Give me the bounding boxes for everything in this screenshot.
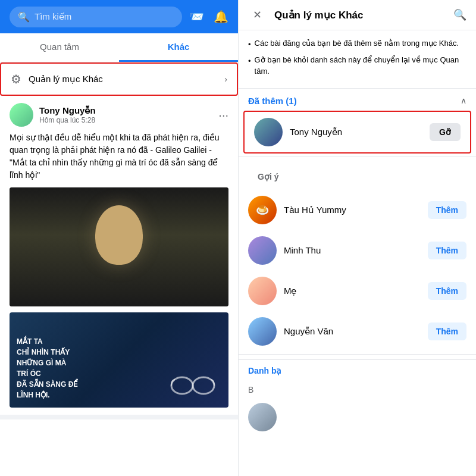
bullet-2: • — [248, 55, 251, 67]
avatar-extra — [248, 403, 277, 431]
left-panel: 🔍 Tìm kiếm 📨 🔔 Quan tâm Khác ⚙ Quản lý m… — [0, 0, 238, 476]
danh-ba-section: Danh bạ — [239, 359, 476, 383]
top-icons: 📨 🔔 — [189, 10, 228, 24]
search-bar[interactable]: 🔍 Tìm kiếm — [10, 7, 182, 27]
friend-row-tony: Tony Nguyễn Gỡ — [243, 111, 471, 154]
avatar-tony-img — [254, 118, 283, 146]
friend-row-tau: 🍮 Tàu Hủ Yummy Thêm — [239, 190, 476, 230]
more-icon[interactable]: ··· — [218, 108, 228, 122]
go-button-tony[interactable]: Gỡ — [430, 123, 461, 141]
goi-y-header: Gợi ý — [239, 159, 476, 190]
avatar-tau: 🍮 — [248, 196, 277, 224]
post-author: Tony Nguyễn — [39, 105, 212, 116]
glasses-icon — [169, 369, 217, 399]
quote-text: MẮT TA chỉ nhìn thấy những gì mà TRÍ ÓC … — [17, 336, 129, 400]
avatar-img — [10, 103, 33, 127]
search-icon: 🔍 — [18, 11, 30, 23]
gear-icon: ⚙ — [11, 72, 21, 86]
search-right-icon[interactable]: 🔍 — [453, 8, 466, 21]
friend-name-nguyen: Nguyễn Văn — [284, 326, 421, 337]
portrait-figure — [10, 187, 228, 306]
friend-name-tony: Tony Nguyễn — [290, 127, 422, 137]
messenger-icon[interactable]: 📨 — [189, 10, 204, 24]
post-time: Hôm qua lúc 5:28 — [39, 116, 212, 124]
right-header: ✕ Quản lý mục Khác 🔍 — [239, 0, 476, 30]
post-image-portrait — [10, 187, 228, 306]
goi-y-title: Gợi ý — [248, 166, 288, 185]
friend-row-minh: Minh Thu Thêm — [239, 230, 476, 271]
manage-text: Quản lý mục Khác — [29, 74, 217, 84]
avatar-me-img — [248, 277, 277, 305]
post-header: Tony Nguyễn Hôm qua lúc 5:28 ··· — [10, 103, 228, 127]
right-title: Quản lý mục Khác — [274, 9, 445, 21]
tab-khac[interactable]: Khác — [119, 33, 238, 62]
them-button-tau[interactable]: Thêm — [428, 201, 466, 219]
them-button-minh[interactable]: Thêm — [428, 242, 466, 259]
scrollable-content: • Các bài đăng của bạn bè đã thêm sẽ nằm… — [239, 30, 476, 476]
manage-row[interactable]: ⚙ Quản lý mục Khác › — [0, 62, 238, 96]
close-button[interactable]: ✕ — [248, 8, 266, 21]
post-image-quote: MẮT TA chỉ nhìn thấy những gì mà TRÍ ÓC … — [10, 312, 228, 408]
avatar-minh-img — [248, 236, 277, 265]
divider-2 — [239, 354, 476, 355]
letter-b: B — [239, 383, 476, 397]
tabs-row: Quan tâm Khác — [0, 33, 238, 62]
right-panel: ✕ Quản lý mục Khác 🔍 • Các bài đăng của … — [238, 0, 476, 476]
avatar-extra-img — [248, 403, 277, 431]
divider-1 — [239, 156, 476, 156]
avatar-minh — [248, 236, 277, 265]
them-button-me[interactable]: Thêm — [428, 282, 466, 300]
post-meta: Tony Nguyễn Hôm qua lúc 5:28 — [39, 105, 212, 124]
avatar-me — [248, 277, 277, 305]
friend-row-nguyen: Nguyễn Văn Thêm — [239, 311, 476, 352]
chevron-up-icon[interactable]: ∧ — [461, 96, 466, 105]
info-box: • Các bài đăng của bạn bè đã thêm sẽ nằm… — [239, 30, 476, 89]
avatar-tony — [254, 118, 283, 146]
da-them-header: Đã thêm (1) ∧ — [239, 89, 476, 111]
chevron-right-icon: › — [224, 74, 227, 84]
avatar-nguyen — [248, 317, 277, 346]
avatar-nguyen-img — [248, 317, 277, 346]
bell-icon[interactable]: 🔔 — [214, 10, 228, 24]
friend-row-extra — [239, 397, 476, 437]
info-text-1: Các bài đăng của bạn bè đã thêm sẽ nằm t… — [255, 37, 459, 49]
avatar-tau-img: 🍮 — [248, 196, 277, 224]
avatar-left — [10, 103, 33, 127]
friend-name-tau: Tàu Hủ Yummy — [284, 205, 421, 215]
them-button-nguyen[interactable]: Thêm — [428, 322, 466, 340]
post-text: Mọi sự thật đều dễ hiểu một khi ta đã ph… — [10, 131, 228, 181]
da-them-title: Đã thêm (1) — [248, 96, 297, 106]
search-placeholder: Tìm kiếm — [35, 11, 71, 22]
tab-quan-tam[interactable]: Quan tâm — [0, 33, 119, 62]
info-item-1: • Các bài đăng của bạn bè đã thêm sẽ nằm… — [248, 37, 466, 51]
danh-ba-title: Danh bạ — [248, 366, 466, 375]
bullet-1: • — [248, 39, 251, 51]
friend-name-minh: Minh Thu — [284, 245, 421, 255]
friend-row-me: Mẹ Thêm — [239, 271, 476, 311]
info-item-2: • Gỡ bạn bè khỏi danh sách này để chuyển… — [248, 54, 466, 77]
info-text-2: Gỡ bạn bè khỏi danh sách này để chuyển l… — [255, 54, 466, 77]
top-bar: 🔍 Tìm kiếm 📨 🔔 — [0, 0, 238, 33]
friend-name-me: Mẹ — [284, 286, 421, 296]
post-card: Tony Nguyễn Hôm qua lúc 5:28 ··· Mọi sự … — [0, 96, 238, 419]
